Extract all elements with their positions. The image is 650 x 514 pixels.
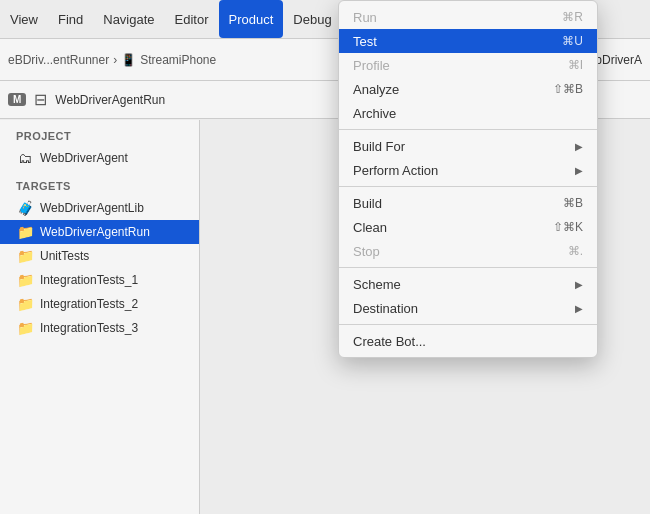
target-icon-5: 📁 bbox=[16, 320, 34, 336]
menu-item-label: Run bbox=[353, 10, 377, 25]
sidebar-item-target-5[interactable]: 📁 IntegrationTests_3 bbox=[0, 316, 199, 340]
file-label-2: WebDriverAgentRun bbox=[55, 93, 165, 107]
menu-divider-12 bbox=[339, 267, 597, 268]
menu-item-label: Stop bbox=[353, 244, 380, 259]
target-icon-2: 📁 bbox=[16, 248, 34, 264]
target-label-4: IntegrationTests_2 bbox=[40, 297, 138, 311]
menu-item-label: Clean bbox=[353, 220, 387, 235]
target-icon-3: 📁 bbox=[16, 272, 34, 288]
target-label-5: IntegrationTests_3 bbox=[40, 321, 138, 335]
target-icon-1: 📁 bbox=[16, 224, 34, 240]
target-label-1: WebDriverAgentRun bbox=[40, 225, 150, 239]
menu-editor[interactable]: Editor bbox=[165, 0, 219, 38]
menu-item-archive[interactable]: Archive bbox=[339, 101, 597, 125]
menu-item-label: Build For bbox=[353, 139, 405, 154]
menu-item-stop: Stop⌘. bbox=[339, 239, 597, 263]
project-header: PROJECT bbox=[0, 120, 199, 146]
menu-item-label: Destination bbox=[353, 301, 418, 316]
target-label-2: UnitTests bbox=[40, 249, 89, 263]
menu-item-scheme[interactable]: Scheme▶ bbox=[339, 272, 597, 296]
menu-item-label: Scheme bbox=[353, 277, 401, 292]
menu-shortcut: ⇧⌘B bbox=[553, 82, 583, 96]
menu-item-label: Create Bot... bbox=[353, 334, 426, 349]
menu-shortcut: ⌘R bbox=[562, 10, 583, 24]
sidebar-item-target-1[interactable]: 📁 WebDriverAgentRun bbox=[0, 220, 199, 244]
target-icon-0: 🧳 bbox=[16, 200, 34, 216]
submenu-arrow-icon: ▶ bbox=[575, 141, 583, 152]
menu-item-analyze[interactable]: Analyze⇧⌘B bbox=[339, 77, 597, 101]
layout-icon: ⊟ bbox=[34, 90, 47, 109]
target-label-0: WebDriverAgentLib bbox=[40, 201, 144, 215]
targets-header: TARGETS bbox=[0, 170, 199, 196]
submenu-arrow-icon: ▶ bbox=[575, 279, 583, 290]
breadcrumb-separator: › bbox=[113, 53, 117, 67]
menu-product[interactable]: Product bbox=[219, 0, 284, 38]
menu-shortcut: ⌘B bbox=[563, 196, 583, 210]
submenu-arrow-icon: ▶ bbox=[575, 303, 583, 314]
target-icon-4: 📁 bbox=[16, 296, 34, 312]
menu-find[interactable]: Find bbox=[48, 0, 93, 38]
sidebar: PROJECT 🗂 WebDriverAgent TARGETS 🧳 WebDr… bbox=[0, 120, 200, 514]
menu-debug[interactable]: Debug bbox=[283, 0, 341, 38]
menu-item-label: Build bbox=[353, 196, 382, 211]
menu-item-destination[interactable]: Destination▶ bbox=[339, 296, 597, 320]
menu-item-build[interactable]: Build⌘B bbox=[339, 191, 597, 215]
menu-view[interactable]: View bbox=[0, 0, 48, 38]
menu-navigate[interactable]: Navigate bbox=[93, 0, 164, 38]
menu-item-create-bot[interactable]: Create Bot... bbox=[339, 329, 597, 353]
sidebar-item-target-2[interactable]: 📁 UnitTests bbox=[0, 244, 199, 268]
menu-item-clean[interactable]: Clean⇧⌘K bbox=[339, 215, 597, 239]
menu-divider-5 bbox=[339, 129, 597, 130]
breadcrumb: eBDriv...entRunner › 📱 StreamiPhone bbox=[8, 53, 216, 67]
menu-item-build-for[interactable]: Build For▶ bbox=[339, 134, 597, 158]
menu-item-label: Analyze bbox=[353, 82, 399, 97]
menu-item-label: Perform Action bbox=[353, 163, 438, 178]
menu-item-profile: Profile⌘I bbox=[339, 53, 597, 77]
sidebar-item-target-0[interactable]: 🧳 WebDriverAgentLib bbox=[0, 196, 199, 220]
sidebar-item-target-4[interactable]: 📁 IntegrationTests_2 bbox=[0, 292, 199, 316]
breadcrumb-part1: eBDriv...entRunner bbox=[8, 53, 109, 67]
menu-item-test[interactable]: Test⌘U bbox=[339, 29, 597, 53]
project-label: WebDriverAgent bbox=[40, 151, 128, 165]
menu-shortcut: ⇧⌘K bbox=[553, 220, 583, 234]
breadcrumb-part2: StreamiPhone bbox=[140, 53, 216, 67]
menu-shortcut: ⌘I bbox=[568, 58, 583, 72]
menu-shortcut: ⌘. bbox=[568, 244, 583, 258]
m-badge: M bbox=[8, 93, 26, 106]
menu-item-label: Test bbox=[353, 34, 377, 49]
menu-divider-15 bbox=[339, 324, 597, 325]
device-icon: 📱 bbox=[121, 53, 136, 67]
menu-shortcut: ⌘U bbox=[562, 34, 583, 48]
submenu-arrow-icon: ▶ bbox=[575, 165, 583, 176]
menu-item-perform-action[interactable]: Perform Action▶ bbox=[339, 158, 597, 182]
menu-item-label: Archive bbox=[353, 106, 396, 121]
sidebar-item-target-3[interactable]: 📁 IntegrationTests_1 bbox=[0, 268, 199, 292]
menu-divider-8 bbox=[339, 186, 597, 187]
project-file-icon: 🗂 bbox=[16, 150, 34, 166]
target-label-3: IntegrationTests_1 bbox=[40, 273, 138, 287]
product-dropdown-menu: Run⌘RTest⌘UProfile⌘IAnalyze⇧⌘BArchiveBui… bbox=[338, 0, 598, 358]
menu-item-run: Run⌘R bbox=[339, 5, 597, 29]
menu-item-label: Profile bbox=[353, 58, 390, 73]
sidebar-item-project[interactable]: 🗂 WebDriverAgent bbox=[0, 146, 199, 170]
